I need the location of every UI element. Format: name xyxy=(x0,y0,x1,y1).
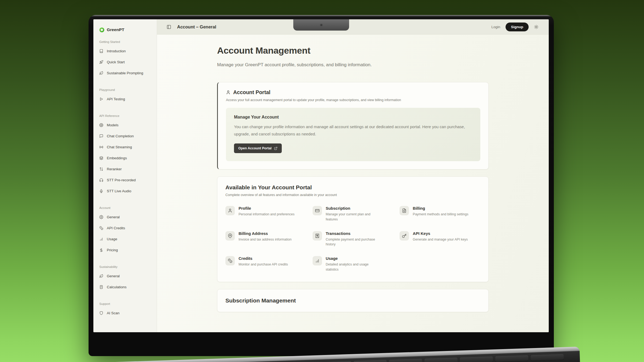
keyboard-key xyxy=(495,355,528,362)
sidebar-item-ai-scan[interactable]: AI Scan xyxy=(99,308,151,319)
sidebar-item-stt-pre-recorded[interactable]: STT Pre-recorded xyxy=(99,175,151,186)
sidebar-item-quick-start[interactable]: Quick Start xyxy=(99,57,151,68)
theme-toggle-button[interactable] xyxy=(534,25,539,29)
sun-icon xyxy=(534,25,539,29)
leaf-icon xyxy=(99,71,103,75)
user-icon xyxy=(226,90,230,95)
panel-left-icon xyxy=(167,25,171,29)
layers-icon xyxy=(99,156,103,160)
radio-icon xyxy=(99,145,103,149)
feature-billing-address: Billing Address Invoice and tax address … xyxy=(225,231,306,247)
feature-api-keys: API Keys Generate and manage your API ke… xyxy=(400,231,480,247)
sidebar-item-api-testing[interactable]: API Testing xyxy=(99,94,151,105)
card-title: Available in Your Account Portal xyxy=(225,184,480,191)
bar-chart-icon xyxy=(99,237,103,241)
sidebar-item-introduction[interactable]: Introduction xyxy=(99,46,151,57)
message-square-icon xyxy=(99,134,103,138)
sidebar: GreenPT Getting Started Introduction Qui… xyxy=(93,19,157,332)
play-icon xyxy=(99,97,103,101)
key-icon xyxy=(402,234,407,238)
feature-usage: Usage Detailed analytics and usage stati… xyxy=(313,256,393,272)
feature-description: Invoice and tax address information xyxy=(239,237,291,242)
sidebar-item-usage[interactable]: Usage xyxy=(99,234,151,245)
feature-description: Detailed analytics and usage statistics xyxy=(326,262,382,272)
sidebar-item-api-credits[interactable]: API Credits xyxy=(99,223,151,234)
greenpt-ring-icon xyxy=(99,27,104,32)
arrows-up-down-icon xyxy=(99,167,103,171)
coins-icon xyxy=(228,258,232,263)
manage-account-panel: Manage Your Account You can change your … xyxy=(226,108,480,161)
feature-title: Billing Address xyxy=(239,231,291,236)
sidebar-item-stt-live-audio[interactable]: STT Live Audio xyxy=(99,186,151,197)
feature-title: Transactions xyxy=(326,231,382,236)
shield-icon xyxy=(99,311,103,315)
sidebar-item-label: Models xyxy=(107,123,119,127)
feature-title: API Keys xyxy=(413,231,468,236)
sidebar-item-label: Sustainable Prompting xyxy=(107,71,143,75)
external-link-icon xyxy=(274,147,277,150)
rocket-icon xyxy=(99,60,103,64)
keyboard-key xyxy=(389,359,422,362)
account-portal-card: Account Portal Access your full account … xyxy=(217,82,489,169)
book-icon xyxy=(99,49,103,53)
page-title: Account Management xyxy=(217,45,489,56)
sidebar-item-sustainability-general[interactable]: General xyxy=(99,271,151,282)
nav-section-label: Account xyxy=(99,206,151,209)
calculator-icon xyxy=(99,285,103,289)
file-text-icon xyxy=(402,208,407,213)
sidebar-item-label: STT Pre-recorded xyxy=(107,178,136,182)
feature-title: Credits xyxy=(239,256,288,261)
features-grid: Profile Personal information and prefere… xyxy=(225,206,480,272)
page-subtitle: Manage your GreenPT account profile, sub… xyxy=(217,62,489,68)
nav-section-label: Getting Started xyxy=(99,40,151,43)
brand-logo[interactable]: GreenPT xyxy=(99,26,151,33)
sidebar-item-label: General xyxy=(107,274,120,278)
login-link[interactable]: Login xyxy=(491,25,500,29)
feature-title: Profile xyxy=(239,206,294,210)
sidebar-item-label: Calculations xyxy=(107,285,127,289)
sidebar-item-label: STT Live Audio xyxy=(107,189,131,193)
portal-features-card: Available in Your Account Portal Complet… xyxy=(217,176,489,282)
headphones-icon xyxy=(99,178,103,182)
leaf-icon xyxy=(99,274,103,278)
sidebar-item-reranker[interactable]: Reranker xyxy=(99,164,151,175)
nav-section-label: Support xyxy=(99,302,151,305)
feature-description: Manage your current plan and features xyxy=(326,212,382,222)
feature-description: Complete payment and purchase history xyxy=(326,237,382,247)
signup-button[interactable]: Signup xyxy=(506,23,529,31)
feature-credits: Credits Monitor and purchase API credits xyxy=(225,256,306,272)
sidebar-item-label: Reranker xyxy=(107,167,122,171)
sidebar-item-label: API Testing xyxy=(107,97,125,101)
feature-description: Personal information and preferences xyxy=(239,212,294,217)
sidebar-item-label: Pricing xyxy=(107,248,118,252)
feature-description: Generate and manage your API keys xyxy=(413,237,468,242)
coins-icon xyxy=(99,226,103,230)
feature-title: Billing xyxy=(413,206,468,210)
sidebar-item-sustainable-prompting[interactable]: Sustainable Prompting xyxy=(99,68,151,79)
feature-description: Monitor and purchase API credits xyxy=(239,262,288,267)
sidebar-item-calculations[interactable]: Calculations xyxy=(99,282,151,293)
open-account-portal-button[interactable]: Open Account Portal xyxy=(234,143,282,153)
credit-card-icon xyxy=(315,208,320,213)
card-description: Access your full account management port… xyxy=(226,98,480,102)
sidebar-item-chat-completion[interactable]: Chat Completion xyxy=(99,131,151,142)
sidebar-item-label: Introduction xyxy=(107,49,126,53)
feature-billing: Billing Payment methods and billing sett… xyxy=(400,206,480,222)
sidebar-item-label: Usage xyxy=(107,237,117,241)
keyboard-key xyxy=(530,354,564,361)
page-breadcrumb-title: Account – General xyxy=(177,24,216,29)
brand-name: GreenPT xyxy=(107,27,124,32)
sidebar-item-label: Quick Start xyxy=(107,60,125,64)
feature-profile: Profile Personal information and prefere… xyxy=(225,206,306,222)
sidebar-item-account-general[interactable]: General xyxy=(99,212,151,223)
sidebar-toggle-button[interactable] xyxy=(167,25,171,29)
sidebar-item-pricing[interactable]: Pricing xyxy=(99,245,151,256)
feature-title: Subscription xyxy=(326,206,382,210)
gear-icon xyxy=(99,215,103,219)
sidebar-nav: Getting Started Introduction Quick Start… xyxy=(99,40,151,319)
sidebar-item-models[interactable]: Models xyxy=(99,120,151,131)
sidebar-item-embeddings[interactable]: Embeddings xyxy=(99,153,151,164)
camera-notch xyxy=(293,19,349,31)
map-pin-icon xyxy=(228,234,232,238)
sidebar-item-chat-streaming[interactable]: Chat Streaming xyxy=(99,142,151,153)
